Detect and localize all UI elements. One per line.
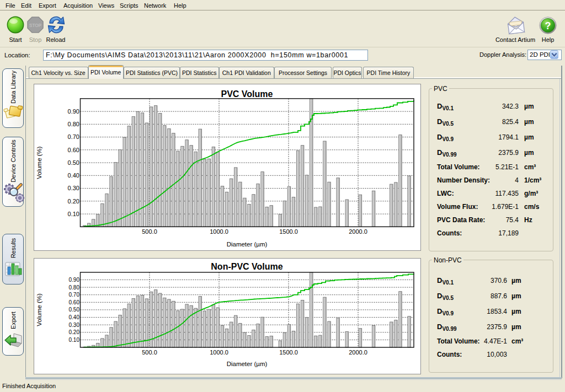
svg-text:1500.0: 1500.0 [279, 349, 298, 356]
svg-text:0.70: 0.70 [68, 133, 79, 140]
svg-text:500.0: 500.0 [142, 349, 157, 356]
svg-text:0.90: 0.90 [69, 277, 80, 283]
svg-text:500.0: 500.0 [142, 228, 157, 235]
svg-text:0.20: 0.20 [69, 329, 80, 335]
svg-text:0.70: 0.70 [69, 292, 80, 298]
svg-text:PVC Volume: PVC Volume [221, 89, 273, 99]
svg-text:0.30: 0.30 [69, 321, 80, 327]
svg-text:Diameter (µm): Diameter (µm) [227, 241, 268, 248]
svg-text:0.40: 0.40 [69, 314, 80, 320]
svg-text:1000.0: 1000.0 [210, 228, 228, 235]
svg-text:1500.0: 1500.0 [279, 228, 298, 235]
svg-text:Non-PVC Volume: Non-PVC Volume [211, 262, 282, 271]
svg-text:0.10: 0.10 [68, 211, 79, 217]
svg-text:0.20: 0.20 [68, 198, 79, 205]
svg-text:0.50: 0.50 [69, 307, 80, 313]
svg-text:0.30: 0.30 [68, 185, 79, 191]
svg-text:0.60: 0.60 [68, 147, 79, 153]
svg-text:1000.0: 1000.0 [210, 349, 228, 356]
svg-text:2000.0: 2000.0 [349, 349, 367, 356]
svg-text:0.40: 0.40 [68, 172, 79, 179]
svg-text:0.50: 0.50 [68, 159, 79, 166]
svg-text:0.10: 0.10 [69, 336, 80, 342]
svg-text:STOP: STOP [29, 23, 42, 28]
svg-text:?: ? [545, 20, 551, 31]
svg-text:Diameter (µm): Diameter (µm) [227, 361, 268, 367]
svg-text:Volume (%): Volume (%) [36, 293, 42, 326]
svg-text:Volume (%): Volume (%) [36, 146, 42, 179]
svg-text:0.80: 0.80 [69, 284, 80, 290]
svg-text:0.80: 0.80 [68, 121, 79, 127]
svg-text:2000.0: 2000.0 [349, 228, 367, 235]
svg-text:0.60: 0.60 [69, 299, 80, 305]
svg-text:0.90: 0.90 [68, 108, 79, 115]
